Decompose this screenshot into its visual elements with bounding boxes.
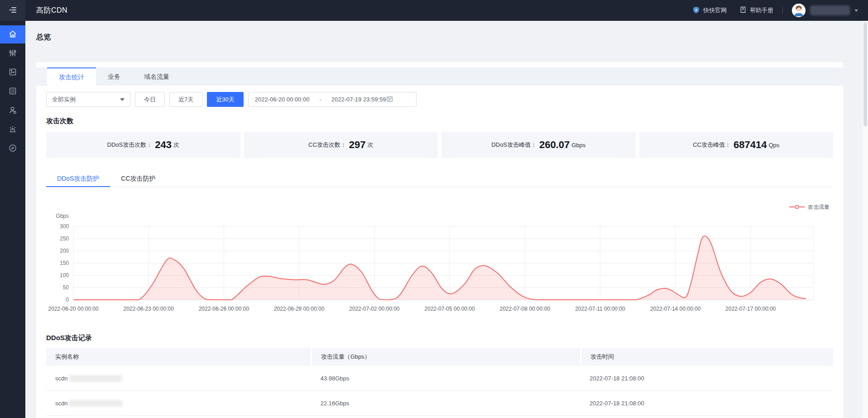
filter-row: 全部实例 今日 近7天 近30天 2022-06-20 00:00:00 - 2… <box>46 92 833 107</box>
range-30days-button[interactable]: 近30天 <box>207 92 243 107</box>
stat-label: DDoS攻击峰值： <box>491 141 537 149</box>
user-menu[interactable] <box>792 4 858 17</box>
page-scrollbar <box>863 21 868 418</box>
tab-attack-stats[interactable]: 攻击统计 <box>47 67 96 86</box>
tab-domain-traffic[interactable]: 域名流量 <box>132 67 181 86</box>
chart-legend[interactable]: 攻击流量 <box>46 203 833 211</box>
sidebar-item-home[interactable] <box>0 25 25 43</box>
sidebar: IP <box>0 21 25 418</box>
ddos-records-section-title: DDoS攻击记录 <box>46 334 833 342</box>
svg-text:2022-07-02 00:00:00: 2022-07-02 00:00:00 <box>349 306 400 312</box>
sliders-icon <box>8 48 17 59</box>
svg-text:IP: IP <box>11 146 14 150</box>
top-tabs: 攻击统计 业务 域名流量 <box>36 67 843 86</box>
stat-value: 687414 <box>734 139 767 151</box>
stat-label: CC攻击峰值： <box>693 141 731 149</box>
svg-text:2022-07-05 00:00:00: 2022-07-05 00:00:00 <box>424 306 475 312</box>
date-end-value: 2022-07-19 23:59:59 <box>331 96 386 103</box>
tab-business[interactable]: 业务 <box>96 67 132 86</box>
instance-select[interactable]: 全部实例 <box>46 92 130 107</box>
page-title: 总览 <box>36 33 843 42</box>
col-instance-name: 实例名称 <box>46 348 311 366</box>
protection-tabs: DDoS攻击防护 CC攻击防护 <box>46 170 833 187</box>
stat-unit: Qps <box>768 142 779 149</box>
date-range-input[interactable]: 2022-06-20 00:00:00 - 2022-07-19 23:59:5… <box>248 92 417 107</box>
stat-unit: 次 <box>368 141 374 149</box>
svg-text:250: 250 <box>60 235 69 242</box>
cell-instance-name: scdn <box>46 391 312 415</box>
col-attack-time: 攻击时间 <box>581 348 833 366</box>
stat-value: 243 <box>155 139 172 151</box>
official-site-link[interactable]: 快快官网 <box>692 6 727 15</box>
cell-attack-flow: 22.16Gbps <box>312 391 580 415</box>
sidebar-item-list-doc[interactable] <box>0 82 25 101</box>
svg-text:Gbps: Gbps <box>56 213 69 219</box>
main-content: 总览 攻击统计 业务 域名流量 全部实例 今日 近7天 近30天 2022-06… <box>25 21 868 418</box>
stat-label: DDoS攻击次数： <box>107 141 153 149</box>
legend-marker-icon <box>789 204 805 211</box>
attack-traffic-chart: 050100150200250300Gbps2022-06-20 00:00:0… <box>46 211 833 321</box>
stat-card-cc-peak: CC攻击峰值： 687414 Qps <box>639 132 834 158</box>
instance-name-redacted <box>69 400 122 407</box>
cell-attack-flow: 43.98Gbps <box>312 366 580 390</box>
overview-card: 攻击统计 业务 域名流量 全部实例 今日 近7天 近30天 2022-06-20… <box>36 62 843 418</box>
scrollbar-thumb[interactable] <box>863 22 867 126</box>
svg-text:2022-07-14 00:00:00: 2022-07-14 00:00:00 <box>650 306 701 312</box>
help-manual-link[interactable]: 帮助手册 <box>739 6 773 15</box>
chevron-down-icon <box>854 10 858 12</box>
date-separator: - <box>319 96 321 103</box>
range-7days-button[interactable]: 近7天 <box>169 92 202 107</box>
collapse-sidebar-icon <box>8 5 17 16</box>
stat-card-ddos-count: DDoS攻击次数： 243 次 <box>46 132 240 158</box>
alarm-icon <box>8 125 17 135</box>
sidebar-item-user[interactable] <box>0 101 25 120</box>
svg-text:2022-07-08 00:00:00: 2022-07-08 00:00:00 <box>499 306 550 312</box>
calendar-icon <box>386 95 393 104</box>
svg-text:300: 300 <box>60 223 69 230</box>
svg-text:50: 50 <box>63 284 69 291</box>
table-row: scdn 22.16Gbps 2022-07-18 21:08:00 <box>46 391 833 416</box>
sidebar-item-ip[interactable]: IP <box>0 139 25 158</box>
cell-attack-time: 2022-07-18 21:08:00 <box>580 391 833 415</box>
range-today-button[interactable]: 今日 <box>135 92 165 107</box>
stat-unit: 次 <box>173 141 179 149</box>
col-attack-flow: 攻击流量（Gbps） <box>312 348 580 366</box>
svg-text:0: 0 <box>66 297 69 303</box>
select-caret-icon <box>120 98 125 101</box>
instance-prefix: scdn <box>55 400 67 407</box>
instance-select-value: 全部实例 <box>52 96 76 104</box>
table-header: 实例名称 攻击流量（Gbps） 攻击时间 <box>46 348 833 366</box>
stat-card-cc-count: CC攻击次数： 297 次 <box>244 132 438 158</box>
stat-unit: Gbps <box>571 142 585 149</box>
table-row: scdn 43.98Gbps 2022-07-18 21:08:00 <box>46 366 833 391</box>
sidebar-item-alarm[interactable] <box>0 120 25 139</box>
collapse-sidebar-button[interactable] <box>0 0 25 21</box>
help-manual-label: 帮助手册 <box>750 6 773 14</box>
instance-prefix: scdn <box>55 375 67 382</box>
list-doc-icon <box>8 86 17 97</box>
tab-ddos-protection[interactable]: DDoS攻击防护 <box>46 170 110 187</box>
ddos-records-table: 实例名称 攻击流量（Gbps） 攻击时间 scdn 43.98Gbps 2022… <box>46 348 833 416</box>
tab-cc-protection[interactable]: CC攻击防护 <box>110 170 166 187</box>
svg-text:150: 150 <box>60 260 69 266</box>
image-doc-icon <box>8 67 17 78</box>
sidebar-item-sliders[interactable] <box>0 44 25 62</box>
official-site-label: 快快官网 <box>703 6 727 14</box>
app-title: 高防CDN <box>36 6 67 15</box>
svg-text:200: 200 <box>60 248 69 254</box>
stat-value: 260.07 <box>539 139 570 151</box>
divider <box>782 7 783 14</box>
shield-icon <box>692 6 700 15</box>
date-start-value: 2022-06-20 00:00:00 <box>255 96 310 103</box>
stat-value: 297 <box>349 139 366 151</box>
svg-text:2022-07-17 00:00:00: 2022-07-17 00:00:00 <box>725 306 776 312</box>
attack-count-section-title: 攻击次数 <box>46 117 833 125</box>
svg-text:2022-07-11 00:00:00: 2022-07-11 00:00:00 <box>575 306 625 312</box>
svg-text:100: 100 <box>60 272 69 279</box>
cell-instance-name: scdn <box>46 366 312 390</box>
cell-attack-time: 2022-07-18 21:08:00 <box>580 366 833 390</box>
sidebar-item-image-doc[interactable] <box>0 63 25 82</box>
svg-text:2022-06-29 00:00:00: 2022-06-29 00:00:00 <box>274 306 325 312</box>
stat-cards: DDoS攻击次数： 243 次 CC攻击次数： 297 次 DDoS攻击峰值： … <box>46 132 833 158</box>
avatar <box>792 4 806 17</box>
